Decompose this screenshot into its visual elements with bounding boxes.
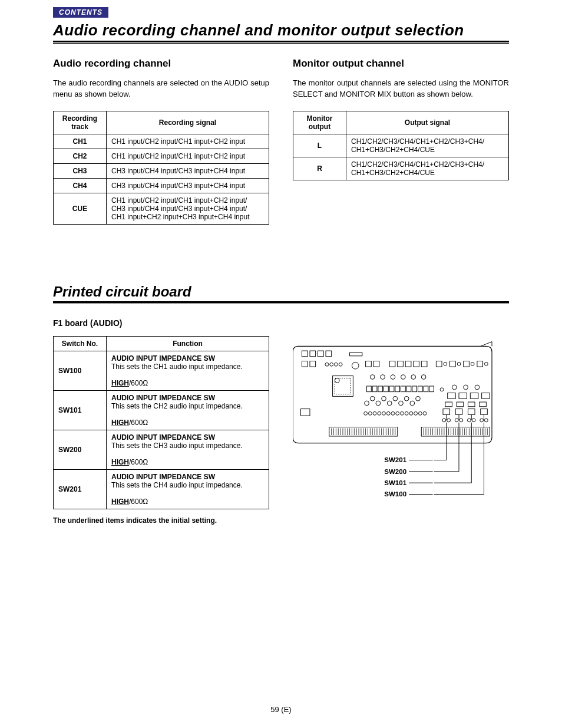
svg-point-24 — [471, 362, 474, 365]
sw201-shape — [442, 409, 451, 421]
svg-rect-41 — [395, 386, 400, 392]
cell-func: AUDIO INPUT IMPEDANCE SW This sets the C… — [107, 430, 269, 469]
title-rule — [53, 41, 509, 44]
sw101-shape — [467, 409, 475, 421]
svg-rect-47 — [429, 386, 434, 392]
svg-point-50 — [464, 385, 468, 390]
svg-rect-52 — [448, 393, 456, 398]
svg-point-26 — [484, 362, 488, 365]
columns-top: Audio recording channel The audio record… — [53, 58, 509, 225]
cell-func: AUDIO INPUT IMPEDANCE SW This sets the C… — [107, 469, 269, 509]
rec-th-signal: Recording signal — [107, 111, 269, 134]
func-setting-rest: /600Ω — [129, 379, 148, 387]
contents-tab[interactable]: CONTENTS — [53, 7, 108, 18]
svg-point-77 — [391, 411, 395, 415]
cell-signal: CH1 input/CH2 input/CH1 input+CH2 input — [107, 149, 269, 163]
svg-point-51 — [475, 385, 480, 390]
board-figure-column: SW201 SW200 SW101 SW100 — [293, 336, 509, 525]
svg-rect-21 — [450, 361, 456, 367]
label-sw100: SW100 — [384, 490, 406, 498]
svg-point-83 — [418, 411, 422, 415]
cell-swno: SW100 — [54, 351, 107, 390]
table-row: SW100 AUDIO INPUT IMPEDANCE SW This sets… — [54, 351, 269, 390]
f1-heading: F1 board (AUDIO) — [53, 318, 509, 328]
func-title: AUDIO INPUT IMPEDANCE SW — [111, 394, 264, 402]
func-setting: HIGH/600Ω — [111, 419, 148, 427]
func-setting: HIGH/600Ω — [111, 379, 148, 387]
func-setting: HIGH/600Ω — [111, 498, 148, 506]
svg-rect-14 — [389, 361, 395, 367]
pcb-diagram: SW201 SW200 SW101 SW100 — [293, 336, 509, 518]
svg-rect-40 — [389, 386, 394, 392]
page: { "tab_label": "CONTENTS", "title1": "Au… — [0, 0, 562, 728]
cell-func: AUDIO INPUT IMPEDANCE SW This sets the C… — [107, 351, 269, 390]
svg-point-81 — [409, 411, 413, 415]
cell-track: CH2 — [54, 149, 107, 163]
sw200-shape — [455, 409, 463, 421]
svg-point-35 — [421, 374, 426, 379]
cell-signal: CH3 input/CH4 input/CH3 input+CH4 input — [107, 178, 269, 193]
table-row: CH3 CH3 input/CH4 input/CH3 input+CH4 in… — [54, 163, 269, 178]
func-desc: This sets the CH2 audio input impedance. — [111, 402, 264, 410]
svg-point-30 — [370, 374, 375, 379]
cell-track: CH3 — [54, 163, 107, 178]
table-row: SW200 AUDIO INPUT IMPEDANCE SW This sets… — [54, 430, 269, 469]
svg-rect-53 — [459, 393, 467, 398]
svg-point-11 — [352, 362, 359, 369]
svg-point-92 — [459, 419, 463, 422]
right-paragraph: The monitor output channels are selected… — [293, 78, 509, 100]
svg-point-49 — [452, 385, 457, 390]
label-sw200: SW200 — [384, 467, 406, 475]
table-row: SW101 AUDIO INPUT IMPEDANCE SW This sets… — [54, 390, 269, 430]
func-setting-rest: /600Ω — [129, 458, 148, 466]
svg-rect-2 — [318, 351, 323, 357]
svg-point-91 — [455, 419, 458, 422]
svg-point-80 — [405, 411, 408, 415]
svg-point-95 — [467, 419, 471, 422]
right-heading: Monitor output channel — [293, 58, 509, 70]
cell-output: L — [293, 134, 346, 157]
rec-th-track: Recording track — [54, 111, 107, 134]
func-desc: This sets the CH3 audio input impedance. — [111, 442, 264, 450]
switch-column: Switch No. Function SW100 AUDIO INPUT IM… — [53, 336, 269, 525]
sw100-shape — [480, 409, 488, 421]
svg-point-96 — [472, 419, 475, 422]
svg-rect-36 — [367, 386, 372, 392]
svg-point-8 — [330, 363, 333, 366]
func-title: AUDIO INPUT IMPEDANCE SW — [111, 433, 264, 442]
svg-point-10 — [339, 363, 342, 366]
svg-point-57 — [370, 396, 375, 401]
svg-rect-1 — [310, 351, 316, 357]
right-column: Monitor output channel The monitor outpu… — [293, 58, 509, 225]
svg-point-48 — [440, 388, 444, 391]
svg-point-60 — [387, 401, 392, 406]
svg-rect-0 — [302, 351, 308, 357]
cell-track: CUE — [54, 193, 107, 224]
svg-point-32 — [391, 374, 395, 379]
func-setting-rest: /600Ω — [129, 498, 148, 506]
cell-signal: CH1/CH2/CH3/CH4/CH1+CH2/CH3+CH4/ CH1+CH3… — [346, 134, 509, 157]
label-sw201: SW201 — [384, 456, 407, 463]
recording-table: Recording track Recording signal CH1 CH1… — [53, 111, 269, 225]
svg-point-100 — [484, 419, 488, 422]
svg-rect-44 — [412, 386, 417, 392]
svg-rect-67 — [457, 402, 464, 407]
table-row: SW201 AUDIO INPUT IMPEDANCE SW This sets… — [54, 469, 269, 509]
svg-point-34 — [411, 374, 416, 379]
func-setting-rest: /600Ω — [129, 419, 148, 427]
svg-point-22 — [457, 362, 461, 365]
svg-rect-6 — [310, 361, 316, 367]
table-row: CUE CH1 input/CH2 input/CH1 input+CH2 in… — [54, 193, 269, 224]
svg-point-73 — [373, 411, 376, 415]
mon-th-output: Monitor output — [293, 111, 346, 134]
svg-point-64 — [410, 401, 415, 406]
svg-point-59 — [382, 396, 386, 401]
func-desc: This sets the CH1 audio input impedance. — [111, 363, 264, 371]
svg-rect-70 — [301, 409, 310, 416]
cell-func: AUDIO INPUT IMPEDANCE SW This sets the C… — [107, 390, 269, 430]
svg-point-65 — [416, 396, 421, 401]
label-sw101: SW101 — [384, 479, 407, 486]
svg-point-79 — [401, 411, 404, 415]
svg-rect-66 — [445, 402, 452, 407]
svg-rect-15 — [398, 361, 404, 367]
